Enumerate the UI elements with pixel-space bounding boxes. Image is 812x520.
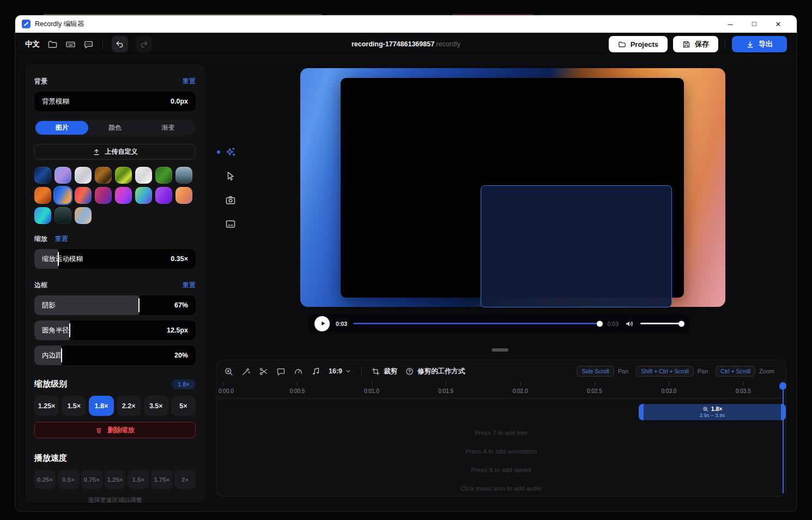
zoom-level-option-5×[interactable]: 5× xyxy=(171,396,196,416)
header-left-tools: 中文 xyxy=(25,36,152,52)
caption-card-icon[interactable] xyxy=(225,219,236,229)
background-thumbnail-blue-orange-gradient[interactable] xyxy=(54,187,71,204)
export-button[interactable]: 导出 xyxy=(732,36,787,52)
camera-icon[interactable] xyxy=(225,195,236,205)
speed-option-1.25×[interactable]: 1.25× xyxy=(105,470,126,489)
save-button[interactable]: 保存 xyxy=(673,36,718,52)
play-button[interactable] xyxy=(314,316,330,331)
border-slider-0[interactable]: 阴影67% xyxy=(34,295,196,315)
delete-zoom-button[interactable]: 删除缩放 xyxy=(34,422,196,438)
zoom-level-option-2.2×[interactable]: 2.2× xyxy=(117,396,141,416)
scroll-shortcut-hints: Side ScrollPanShift + Ctrl + ScrollPanCt… xyxy=(577,366,778,377)
timeline-tracks[interactable]: 1.8× 2.9s – 3.9s Press T to add trimPres… xyxy=(216,398,786,495)
magic-wand-icon[interactable] xyxy=(241,367,251,376)
cursor-icon[interactable] xyxy=(225,171,236,182)
shortcut-keys: Side Scroll xyxy=(577,366,614,377)
annotation-icon[interactable] xyxy=(276,367,286,376)
background-thumbnail-red-purple-gradient[interactable] xyxy=(95,187,112,204)
main-content: 背景 重置 背景模糊 0.0px 图片颜色渐变 上传自定义 xyxy=(15,56,797,511)
zoom-segment[interactable]: 1.8× 2.9s – 3.9s xyxy=(639,404,786,420)
close-button[interactable]: ✕ xyxy=(766,16,790,32)
aspect-ratio-dropdown[interactable]: 16:9 xyxy=(329,367,352,375)
zoom-level-option-1.5×[interactable]: 1.5× xyxy=(62,396,86,416)
sparkle-icon[interactable] xyxy=(225,147,236,158)
background-blur-slider[interactable]: 背景模糊 0.0px xyxy=(34,92,196,111)
caption-card-tool[interactable] xyxy=(225,219,236,229)
speed-option-2×[interactable]: 2× xyxy=(174,470,196,489)
zoom-level-option-1.8×[interactable]: 1.8× xyxy=(89,396,113,416)
background-thumbnail-red-blue-bigsur[interactable] xyxy=(75,187,92,204)
seek-handle[interactable] xyxy=(597,321,603,326)
video-preview-canvas[interactable] xyxy=(300,68,725,307)
background-thumbnail-green-blue-sonoma[interactable] xyxy=(135,187,152,204)
crop-button[interactable]: 裁剪 xyxy=(372,367,397,376)
zoom-level-badge: 1.8× xyxy=(172,379,196,389)
zoom-selection-region[interactable] xyxy=(481,185,672,307)
redo-button[interactable] xyxy=(136,36,152,52)
zoom-level-option-1.25×[interactable]: 1.25× xyxy=(34,396,59,416)
language-button[interactable]: 中文 xyxy=(25,39,40,49)
background-thumbnail-orange-blue-soft[interactable] xyxy=(75,207,92,224)
timeline-ruler[interactable]: 0:00.00:00.50:01.00:01.50:02.00:02.50:03… xyxy=(216,382,786,398)
background-thumbnail-green-bamboo[interactable] xyxy=(155,167,172,184)
folder-icon[interactable] xyxy=(47,39,58,50)
background-thumbnail-orange-flower[interactable] xyxy=(34,187,51,204)
speed-option-0.5×[interactable]: 0.5× xyxy=(58,470,79,489)
maximize-button[interactable]: ☐ xyxy=(742,16,766,32)
zoom-reset-link[interactable]: 重置 xyxy=(55,234,68,244)
background-thumbnail-orange-tan-gradient[interactable] xyxy=(175,187,192,204)
comment-icon[interactable] xyxy=(83,39,94,50)
background-thumbnail-white-swirl[interactable] xyxy=(135,167,152,184)
border-slider-2[interactable]: 内边距20% xyxy=(34,346,196,365)
background-thumbnail-violet-gradient[interactable] xyxy=(155,187,172,204)
tab-颜色[interactable]: 颜色 xyxy=(88,121,141,135)
background-thumbnail-pink-violet-gradient[interactable] xyxy=(115,187,132,204)
tab-图片[interactable]: 图片 xyxy=(35,121,88,135)
timeline-resize-handle[interactable] xyxy=(492,348,508,352)
border-reset-link[interactable]: 重置 xyxy=(183,281,196,290)
background-thumbnail-dark-blue-abstract[interactable] xyxy=(34,167,51,184)
background-thumbnail-mountain-lake[interactable] xyxy=(175,167,192,184)
undo-button[interactable] xyxy=(112,36,128,52)
speed-gauge-icon[interactable] xyxy=(294,367,303,376)
zoom-segment-level: 1.8× xyxy=(711,406,723,413)
background-thumbnail-green-yellow-abstract[interactable] xyxy=(115,167,132,184)
keyboard-icon[interactable] xyxy=(65,39,76,50)
scissors-icon[interactable] xyxy=(259,367,268,376)
zoom-motion-blur-value: 0.35× xyxy=(171,255,188,263)
zoom-level-option-3.5×[interactable]: 3.5× xyxy=(144,396,168,416)
tab-渐变[interactable]: 渐变 xyxy=(142,121,195,135)
slider-value: 67% xyxy=(174,301,188,309)
border-slider-1[interactable]: 圆角半径12.5px xyxy=(34,321,196,340)
zoom-segment-left-handle[interactable] xyxy=(639,404,644,420)
zoom-in-icon[interactable] xyxy=(224,367,233,376)
background-thumbnail-dark-mountains[interactable] xyxy=(54,207,71,224)
cursor-tool[interactable] xyxy=(225,171,236,182)
trim-help-button[interactable]: 修剪的工作方式 xyxy=(405,367,465,376)
background-thumbnail-autumn-field[interactable] xyxy=(95,167,112,184)
background-thumbnail-purple-blue-gradient[interactable] xyxy=(54,167,71,184)
volume-handle[interactable] xyxy=(678,321,684,326)
camera-tool[interactable] xyxy=(225,195,236,205)
recorded-screen[interactable] xyxy=(341,78,684,298)
slider-label: 阴影 xyxy=(42,301,56,310)
background-thumbnail-blue-teal-gradient[interactable] xyxy=(34,207,51,224)
minimize-button[interactable]: ─ xyxy=(718,16,742,32)
background-reset-link[interactable]: 重置 xyxy=(183,77,196,86)
background-blur-value: 0.0px xyxy=(171,98,188,105)
volume-icon[interactable] xyxy=(625,319,634,329)
slider-label: 内边距 xyxy=(42,351,63,360)
projects-button[interactable]: Projects xyxy=(609,36,668,52)
upload-custom-button[interactable]: 上传自定义 xyxy=(34,144,196,160)
background-thumbnail-snow-landscape[interactable] xyxy=(75,167,92,184)
speed-option-0.75×[interactable]: 0.75× xyxy=(81,470,102,489)
ai-effects-tool[interactable] xyxy=(225,147,236,158)
volume-slider[interactable] xyxy=(640,323,683,324)
speed-option-1.5×[interactable]: 1.5× xyxy=(128,470,149,489)
speed-option-0.25×[interactable]: 0.25× xyxy=(34,470,56,489)
speed-option-1.75×[interactable]: 1.75× xyxy=(151,470,172,489)
zoom-motion-blur-slider[interactable]: 缩放运动模糊 0.35× xyxy=(34,249,196,269)
music-icon[interactable] xyxy=(311,367,320,376)
seek-bar[interactable] xyxy=(353,323,602,324)
preview-tools xyxy=(220,147,241,229)
